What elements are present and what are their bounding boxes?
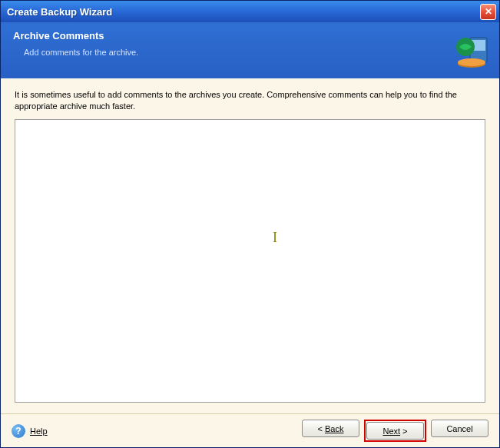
help-label: Help xyxy=(30,426,48,436)
cancel-label: Cancel xyxy=(446,424,472,433)
help-icon: ? xyxy=(12,424,25,438)
close-button[interactable]: ✕ xyxy=(480,4,496,20)
intro-text: It is sometimes useful to add comments t… xyxy=(15,89,485,113)
next-button[interactable]: Next > xyxy=(366,422,424,440)
next-highlight-box: Next > xyxy=(364,420,426,442)
header-title: Archive Comments xyxy=(13,30,487,41)
back-label: Back xyxy=(325,424,343,433)
close-icon: ✕ xyxy=(485,6,492,17)
svg-point-4 xyxy=(458,58,485,66)
textarea-wrapper: I xyxy=(15,119,485,403)
header-subtitle: Add comments for the archive. xyxy=(24,48,487,57)
wizard-window: Create Backup Wizard ✕ Archive Comments … xyxy=(0,0,500,448)
header-panel: Archive Comments Add comments for the ar… xyxy=(1,22,499,78)
help-link[interactable]: ? Help xyxy=(12,424,48,438)
window-title: Create Backup Wizard xyxy=(7,6,112,18)
footer: ? Help < Back Next > Cancel xyxy=(1,413,499,447)
backup-icon xyxy=(453,32,492,70)
archive-comment-input[interactable] xyxy=(15,119,485,403)
button-group: < Back Next > Cancel xyxy=(302,420,488,442)
next-label: Next xyxy=(382,426,400,436)
cancel-button[interactable]: Cancel xyxy=(431,420,488,437)
back-button[interactable]: < Back xyxy=(302,420,359,437)
content-area: It is sometimes useful to add comments t… xyxy=(1,78,499,413)
titlebar: Create Backup Wizard ✕ xyxy=(1,1,499,22)
